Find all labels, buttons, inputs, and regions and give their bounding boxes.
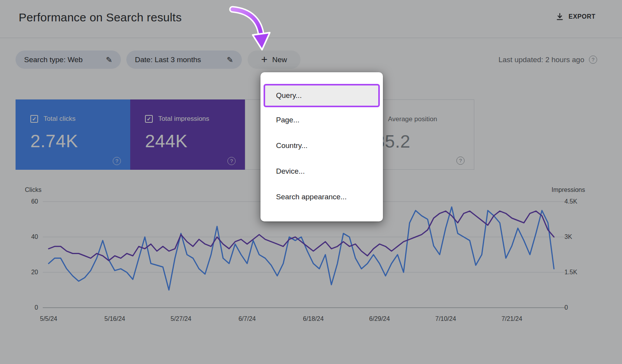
menu-item-country[interactable]: Country... (260, 133, 383, 158)
menu-item-label: Device... (276, 167, 305, 176)
menu-item-label: Page... (276, 116, 299, 124)
menu-item-search-appearance[interactable]: Search appearance... (260, 184, 383, 210)
menu-item-page[interactable]: Page... (260, 107, 383, 133)
annotation-arrow-icon (218, 3, 284, 56)
menu-item-query[interactable]: Query... (264, 84, 380, 107)
menu-item-label: Query... (276, 91, 302, 100)
menu-item-device[interactable]: Device... (260, 158, 383, 184)
new-filter-dropdown: Query... Page... Country... Device... Se… (260, 72, 383, 221)
menu-item-label: Search appearance... (276, 193, 347, 201)
menu-item-label: Country... (276, 141, 308, 150)
